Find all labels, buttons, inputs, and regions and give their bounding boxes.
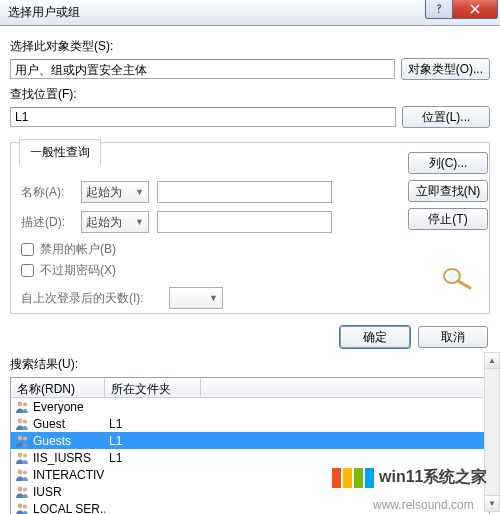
name-input[interactable] [157,181,332,203]
close-icon [469,3,481,15]
chevron-down-icon: ▼ [209,293,218,303]
locations-button[interactable]: 位置(L)... [402,106,490,128]
chevron-down-icon: ▼ [135,217,144,227]
help-button[interactable] [425,0,453,19]
svg-point-2 [18,418,23,423]
svg-point-0 [18,401,23,406]
chevron-down-icon: ▼ [135,187,144,197]
svg-point-10 [18,486,23,491]
results-label: 搜索结果(U): [10,356,490,373]
name-mode-combo[interactable]: 起始为 ▼ [81,181,149,203]
desc-mode-value: 起始为 [86,214,122,231]
window-buttons [426,0,498,19]
name-label: 名称(A): [21,184,73,201]
non-expiring-password-check[interactable] [21,264,34,277]
logo-tile [332,468,341,488]
logo-tile [343,468,352,488]
desc-input[interactable] [157,211,332,233]
days-since-logon-combo[interactable]: ▼ [169,287,223,309]
column-folder[interactable]: 所在文件夹 [105,378,201,397]
svg-point-11 [23,487,27,491]
columns-button[interactable]: 列(C)... [408,152,488,174]
find-now-button[interactable]: 立即查找(N) [408,180,488,202]
results-list[interactable]: 名称(RDN) 所在文件夹 EveryoneGuestL1GuestsL1IIS… [10,377,490,514]
object-type-label: 选择此对象类型(S): [10,38,490,55]
results-body: EveryoneGuestL1GuestsL1IIS_IUSRSL1INTERA… [11,398,489,514]
list-item[interactable]: GuestsL1 [11,432,489,449]
location-label: 查找位置(F): [10,86,490,103]
desc-label: 描述(D): [21,214,73,231]
stop-button[interactable]: 停止(T) [408,208,488,230]
object-type-value: 用户、组或内置安全主体 [10,59,395,79]
svg-point-3 [23,419,27,423]
name-mode-value: 起始为 [86,184,122,201]
svg-point-13 [23,504,27,508]
svg-point-9 [23,470,27,474]
svg-point-4 [18,435,23,440]
scroll-up-icon[interactable]: ▲ [485,353,499,369]
svg-point-6 [18,452,23,457]
logo-tile [354,468,363,488]
desc-mode-combo[interactable]: 起始为 ▼ [81,211,149,233]
column-rdn[interactable]: 名称(RDN) [11,378,105,397]
svg-point-12 [18,503,23,508]
side-buttons: 列(C)... 立即查找(N) 停止(T) [408,152,488,230]
location-value: L1 [10,107,396,127]
list-item[interactable]: Everyone [11,398,489,415]
svg-point-1 [23,402,27,406]
svg-point-7 [23,453,27,457]
titlebar: 选择用户或组 [0,0,500,26]
tab-common-query[interactable]: 一般性查询 [19,129,101,155]
ok-button[interactable]: 确定 [340,326,410,348]
tab-common-query-label: 一般性查询 [19,139,101,165]
help-icon [433,3,445,15]
dialog-buttons: 确定 取消 [10,326,490,348]
window-title: 选择用户或组 [8,4,80,21]
days-since-logon-label: 自上次登录后的天数(I): [21,290,161,307]
scroll-down-icon[interactable]: ▼ [485,495,499,511]
svg-point-5 [23,436,27,440]
column-spacer [201,378,489,397]
watermark-text: win11系统之家 [379,467,487,488]
disabled-accounts-label: 禁用的帐户(B) [40,241,116,258]
search-icon [440,266,474,293]
disabled-accounts-check[interactable] [21,243,34,256]
results-header: 名称(RDN) 所在文件夹 [11,378,489,398]
close-button[interactable] [452,0,498,19]
logo-tile [365,468,374,488]
list-item[interactable]: GuestL1 [11,415,489,432]
dialog-body: 选择此对象类型(S): 用户、组或内置安全主体 对象类型(O)... 查找位置(… [0,26,500,514]
object-types-button[interactable]: 对象类型(O)... [401,58,490,80]
watermark-logo: win11系统之家 [332,467,487,488]
cancel-button[interactable]: 取消 [418,326,488,348]
non-expiring-password-checkbox[interactable]: 不过期密码(X) [21,262,479,279]
scrollbar[interactable]: ▲ ▼ [484,352,500,512]
svg-point-8 [18,469,23,474]
list-item[interactable]: IIS_IUSRSL1 [11,449,489,466]
non-expiring-password-label: 不过期密码(X) [40,262,116,279]
svg-point-19 [447,272,457,280]
watermark-site: www.relsound.com [373,498,474,512]
disabled-accounts-checkbox[interactable]: 禁用的帐户(B) [21,241,479,258]
